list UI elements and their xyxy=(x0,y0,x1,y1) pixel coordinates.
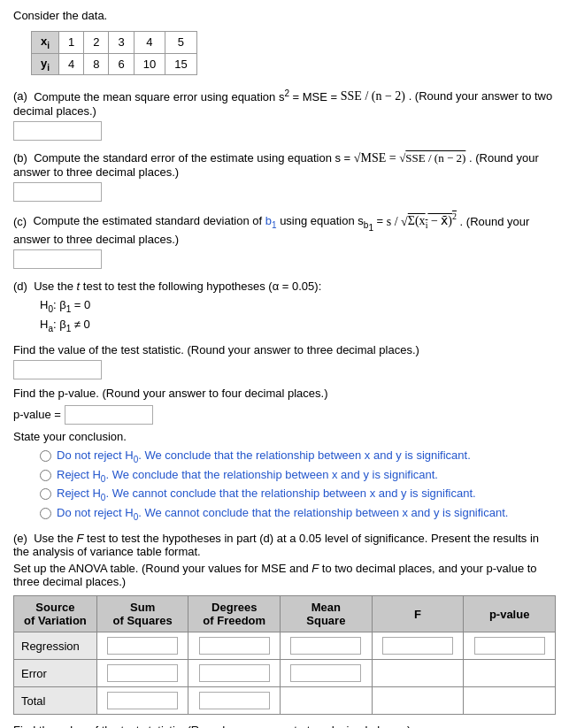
anova-error-dof[interactable] xyxy=(188,660,281,687)
part-d-pvalue-input[interactable] xyxy=(65,405,153,425)
anova-total-dof-input[interactable] xyxy=(199,692,270,709)
part-b-label: (b) Compute the standard error of the es… xyxy=(13,151,556,179)
anova-total-sum-input[interactable] xyxy=(107,692,178,709)
anova-error-sum-input[interactable] xyxy=(107,664,178,682)
anova-row-regression-label: Regression xyxy=(14,632,97,660)
part-d-radio-group: Do not reject H0. We conclude that the r… xyxy=(40,448,556,521)
anova-header-f: F xyxy=(372,596,464,632)
problem-intro: Consider the data. xyxy=(13,9,556,22)
part-b-text: Compute the standard error of the estima… xyxy=(34,151,354,165)
anova-header-sum: Sumof Squares xyxy=(96,596,188,632)
anova-regression-mean[interactable] xyxy=(281,632,373,660)
table-y-2: 8 xyxy=(84,53,109,75)
table-x-1: 1 xyxy=(59,32,84,54)
anova-total-f xyxy=(372,687,464,715)
part-d-letter: (d) xyxy=(13,280,31,293)
part-d-option-1-text: Do not reject H0. We conclude that the r… xyxy=(57,448,471,464)
part-d-radio-4[interactable] xyxy=(40,508,51,519)
part-b-letter: (b) xyxy=(13,151,31,165)
part-d-label: (d) Use the t test to test the following… xyxy=(13,280,556,293)
part-b-input[interactable] xyxy=(13,182,102,202)
anova-total-dof[interactable] xyxy=(188,687,281,715)
table-x-4: 4 xyxy=(134,32,165,54)
part-e: (e) Use the F test to test the hypothese… xyxy=(13,532,556,728)
part-d-radio-1[interactable] xyxy=(40,450,51,462)
anova-header-degrees: Degreesof Freedom xyxy=(188,596,281,632)
part-c-input[interactable] xyxy=(13,249,102,269)
intro-text: Consider the data. xyxy=(13,9,107,22)
hypothesis-h0: H0: β1 = 0 xyxy=(40,296,556,317)
part-d-option-2-text: Reject H0. We conclude that the relation… xyxy=(57,468,438,484)
anova-regression-mean-input[interactable] xyxy=(290,637,361,655)
part-c-formula: s / √Σ(xi − x̄)2 xyxy=(387,214,457,227)
table-xi-header: xi xyxy=(32,32,59,54)
part-a-text: Compute the mean square error using equa… xyxy=(34,90,341,103)
part-a: (a) Compute the mean square error using … xyxy=(13,88,556,140)
part-e-sub-intro: Set up the ANOVA table. (Round your valu… xyxy=(13,562,556,588)
part-d-option-3-text: Reject H0. We cannot conclude that the r… xyxy=(57,487,476,502)
table-x-5: 5 xyxy=(165,32,196,54)
anova-header-pvalue: p-value xyxy=(464,596,556,632)
anova-row-total-label: Total xyxy=(14,687,97,715)
part-d-option-4-text: Do not reject H0. We cannot conclude tha… xyxy=(57,506,508,522)
part-c-label: (c) Compute the estimated standard devia… xyxy=(13,212,556,246)
part-d-radio-2[interactable] xyxy=(40,470,51,481)
part-a-letter: (a) xyxy=(13,90,31,103)
part-c-letter: (c) xyxy=(13,214,30,227)
table-y-5: 15 xyxy=(165,53,196,75)
anova-row-total: Total xyxy=(14,687,556,715)
part-d-statistic-input[interactable] xyxy=(13,360,102,379)
anova-row-error-label: Error xyxy=(14,660,97,687)
anova-regression-dof-input[interactable] xyxy=(199,637,270,655)
anova-header-mean: MeanSquare xyxy=(281,596,373,632)
anova-error-pvalue xyxy=(464,660,556,687)
anova-table: Sourceof Variation Sumof Squares Degrees… xyxy=(13,595,556,715)
part-d-hypotheses: H0: β1 = 0 Ha: β1 ≠ 0 xyxy=(40,296,556,336)
anova-row-regression: Regression xyxy=(14,632,556,660)
anova-regression-pvalue[interactable] xyxy=(464,632,556,660)
part-d-option-4[interactable]: Do not reject H0. We cannot conclude tha… xyxy=(40,506,556,522)
part-b-formula: √MSE = √SSE / (n − 2) xyxy=(354,151,466,165)
anova-total-mean xyxy=(281,687,373,715)
anova-error-mean-input[interactable] xyxy=(290,664,361,682)
table-yi-header: yi xyxy=(32,53,59,75)
part-d-state-conclusion: State your conclusion. xyxy=(13,430,556,443)
part-d-pvalue-label: p-value = xyxy=(13,408,61,421)
anova-error-dof-input[interactable] xyxy=(199,664,270,682)
anova-header-source: Sourceof Variation xyxy=(14,596,97,632)
anova-regression-sum-input[interactable] xyxy=(107,637,178,655)
part-e-text: Use the F test to test the hypotheses in… xyxy=(13,532,539,558)
anova-total-pvalue xyxy=(464,687,556,715)
part-a-input[interactable] xyxy=(13,121,102,141)
part-d-pvalue-line: p-value = xyxy=(13,405,556,425)
anova-row-error: Error xyxy=(14,660,556,687)
part-d-text: Use the t test to test the following hyp… xyxy=(34,280,321,293)
part-d-find-statistic: Find the value of the test statistic. (R… xyxy=(13,343,556,356)
table-x-2: 2 xyxy=(84,32,109,54)
anova-regression-pvalue-input[interactable] xyxy=(474,637,545,655)
part-d-find-pvalue: Find the p-value. (Round your answer to … xyxy=(13,387,556,400)
table-y-1: 4 xyxy=(59,53,84,75)
part-c: (c) Compute the estimated standard devia… xyxy=(13,212,556,269)
data-table: xi 1 2 3 4 5 yi 4 8 6 10 15 xyxy=(31,31,197,75)
part-d-radio-3[interactable] xyxy=(40,488,51,500)
anova-regression-f-input[interactable] xyxy=(382,637,453,655)
part-e-label: (e) Use the F test to test the hypothese… xyxy=(13,532,556,558)
part-d: (d) Use the t test to test the following… xyxy=(13,280,556,522)
part-c-text: Compute the estimated standard deviation… xyxy=(33,214,386,227)
part-e-letter: (e) xyxy=(13,532,31,545)
part-a-formula: SSE / (n − 2) xyxy=(341,90,405,103)
anova-regression-sum[interactable] xyxy=(96,632,188,660)
part-d-option-3[interactable]: Reject H0. We cannot conclude that the r… xyxy=(40,487,556,502)
anova-regression-f[interactable] xyxy=(372,632,464,660)
table-y-3: 6 xyxy=(109,53,134,75)
hypothesis-ha: Ha: β1 ≠ 0 xyxy=(40,316,556,336)
part-a-label: (a) Compute the mean square error using … xyxy=(13,88,556,117)
anova-regression-dof[interactable] xyxy=(188,632,281,660)
part-d-option-2[interactable]: Reject H0. We conclude that the relation… xyxy=(40,468,556,484)
part-e-find-statistic: Find the value of the test statistic. (R… xyxy=(13,724,556,728)
anova-error-sum[interactable] xyxy=(96,660,188,687)
anova-total-sum[interactable] xyxy=(96,687,188,715)
part-d-option-1[interactable]: Do not reject H0. We conclude that the r… xyxy=(40,448,556,464)
anova-error-mean[interactable] xyxy=(281,660,373,687)
